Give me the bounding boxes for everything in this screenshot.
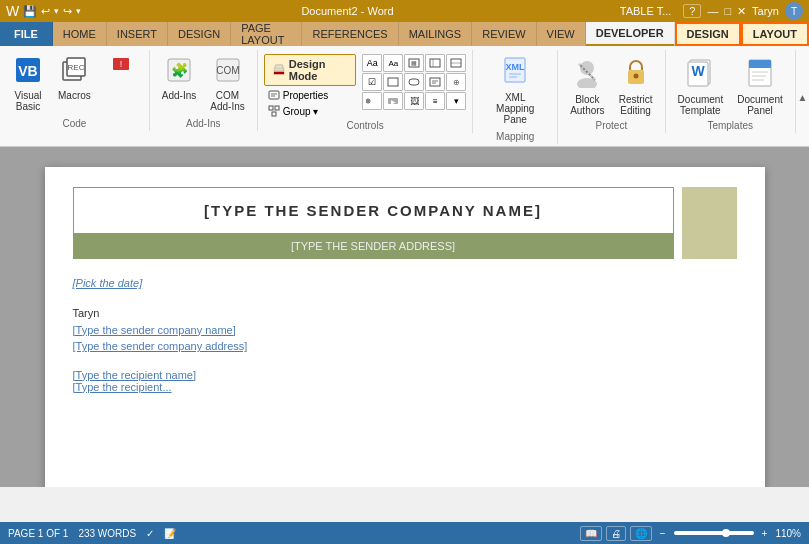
ctrl-bot4-btn[interactable]: ≡ [425, 92, 445, 110]
xml-mapping-button[interactable]: XML XML Mapping Pane [479, 52, 551, 129]
visual-basic-button[interactable]: VB Visual Basic [6, 52, 50, 116]
ctrl-mid4-btn[interactable] [425, 73, 445, 91]
tab-bar: FILE HOME INSERT DESIGN PAGE LAYOUT REFE… [0, 22, 809, 46]
minimize-button[interactable]: — [707, 5, 718, 17]
svg-rect-26 [388, 78, 398, 86]
macros-button[interactable]: REC Macros [52, 52, 97, 105]
undo-dropdown[interactable]: ▾ [54, 6, 59, 16]
maximize-button[interactable]: □ [724, 5, 731, 17]
ctrl-text2-btn[interactable]: Aa [383, 54, 403, 72]
tab-design-context[interactable]: DESIGN [675, 22, 741, 46]
save-icon[interactable]: 💾 [23, 5, 37, 18]
code-group-label: Code [6, 116, 143, 131]
block-authors-icon [573, 58, 601, 93]
close-button[interactable]: ✕ [737, 5, 746, 18]
tab-home[interactable]: HOME [53, 22, 107, 46]
title-bar: W 💾 ↩ ▾ ↪ ▾ Document2 - Word TABLE T... … [0, 0, 809, 22]
block-authors-label: Block Authors [570, 94, 604, 116]
zoom-thumb [722, 529, 730, 537]
tab-review[interactable]: REVIEW [472, 22, 536, 46]
addins-group-label: Add-Ins [156, 116, 251, 131]
zoom-level: 110% [775, 528, 801, 539]
ribbon-collapse-button[interactable]: ▲ [796, 50, 809, 144]
document-template-button[interactable]: W Document Template [672, 56, 730, 118]
sender-info: Taryn [Type the sender company name] [Ty… [73, 305, 737, 355]
com-addins-button[interactable]: COM COM Add-Ins [204, 52, 250, 116]
addins-button[interactable]: 🧩 Add-Ins [156, 52, 202, 105]
recipient-block: [Type the recipient name] [Type the reci… [73, 369, 737, 393]
tab-page-layout[interactable]: PAGE LAYOUT [231, 22, 302, 46]
status-bar: PAGE 1 OF 1 233 WORDS ✓ 📝 📖 🖨 🌐 − + 110% [0, 522, 809, 544]
print-view-icon[interactable]: 🖨 [606, 526, 626, 541]
tab-file[interactable]: FILE [0, 22, 53, 46]
ctrl-extra-btn[interactable] [446, 54, 466, 72]
company-address-field[interactable]: [TYPE THE SENDER ADDRESS] [74, 234, 673, 258]
group-icon [268, 105, 280, 117]
status-right: 📖 🖨 🌐 − + 110% [580, 526, 801, 541]
date-field[interactable]: [Pick the date] [73, 277, 737, 289]
spelling-icon[interactable]: ✓ [146, 528, 154, 539]
ctrl-mid3-btn[interactable] [404, 73, 424, 91]
letter-header: [TYPE THE SENDER COMPANY NAME] [TYPE THE… [73, 187, 737, 259]
redo-button[interactable]: ↪ [63, 5, 72, 18]
ctrl-grid-btn[interactable] [425, 54, 445, 72]
help-button[interactable]: ? [683, 4, 701, 18]
ctrl-more-btn[interactable]: ▾ [446, 92, 466, 110]
tab-insert[interactable]: INSERT [107, 22, 168, 46]
tab-mailings[interactable]: MAILINGS [399, 22, 473, 46]
restrict-editing-button[interactable]: Restrict Editing [613, 56, 659, 118]
design-mode-label: Design Mode [289, 58, 348, 82]
ctrl-mid2-btn[interactable] [383, 73, 403, 91]
com-addins-icon: COM [214, 56, 242, 88]
ctrl-img-btn[interactable]: ▦ [404, 54, 424, 72]
block-authors-button[interactable]: Block Authors [564, 56, 610, 118]
read-view-icon[interactable]: 📖 [580, 526, 602, 541]
ctrl-text-btn[interactable]: Aa [362, 54, 382, 72]
controls-group-label: Controls [264, 118, 467, 133]
tab-view[interactable]: VIEW [537, 22, 586, 46]
title-bar-left: W 💾 ↩ ▾ ↪ ▾ [6, 3, 81, 19]
design-mode-button[interactable]: Design Mode [264, 54, 357, 86]
document-panel-button[interactable]: Document Panel [731, 56, 789, 118]
web-view-icon[interactable]: 🌐 [630, 526, 652, 541]
document-title: Document2 - Word [81, 5, 614, 17]
group-button[interactable]: Group ▾ [264, 104, 357, 118]
sender-address[interactable]: [Type the sender company address] [73, 338, 737, 355]
protect-group-content: Block Authors Restrict Editing [564, 52, 658, 118]
zoom-minus-button[interactable]: − [660, 528, 666, 539]
tab-layout-context[interactable]: LAYOUT [741, 22, 809, 46]
ctrl-bot1-btn[interactable] [362, 92, 382, 110]
letter-header-main: [TYPE THE SENDER COMPANY NAME] [TYPE THE… [73, 187, 674, 259]
company-name-field[interactable]: [TYPE THE SENDER COMPANY NAME] [74, 188, 673, 234]
word-icon: W [6, 3, 19, 19]
properties-label: Properties [283, 90, 329, 101]
svg-rect-17 [269, 106, 273, 110]
zoom-slider[interactable] [674, 531, 754, 535]
view-icons: 📖 🖨 🌐 [580, 526, 652, 541]
sender-name: Taryn [73, 305, 737, 322]
mapping-group-content: XML XML Mapping Pane [479, 52, 551, 129]
tab-design[interactable]: DESIGN [168, 22, 231, 46]
svg-rect-27 [409, 79, 419, 85]
svg-point-46 [633, 74, 638, 79]
restrict-editing-icon [622, 58, 650, 93]
macro-security-button[interactable]: ! [99, 52, 143, 82]
recipient-sub[interactable]: [Type the recipient... [73, 381, 737, 393]
recipient-name[interactable]: [Type the recipient name] [73, 369, 737, 381]
com-addins-label: COM Add-Ins [210, 90, 244, 112]
svg-rect-19 [272, 112, 276, 116]
properties-button[interactable]: Properties [264, 88, 357, 102]
tab-developer[interactable]: DEVELOPER [586, 22, 675, 46]
ctrl-mid5-btn[interactable]: ⊕ [446, 73, 466, 91]
letter-logo [682, 187, 737, 259]
svg-rect-14 [269, 91, 279, 99]
undo-button[interactable]: ↩ [41, 5, 50, 18]
tab-references[interactable]: REFERENCES [302, 22, 398, 46]
zoom-plus-button[interactable]: + [762, 528, 768, 539]
ribbon-group-mapping: XML XML Mapping Pane Mapping [473, 50, 558, 144]
ctrl-check-btn[interactable]: ☑ [362, 73, 382, 91]
sender-company[interactable]: [Type the sender company name] [73, 322, 737, 339]
ctrl-bot3-btn[interactable]: 🖼 [404, 92, 424, 110]
ctrl-bot2-btn[interactable]: ▶ [383, 92, 403, 110]
protect-group-label: Protect [564, 118, 658, 133]
